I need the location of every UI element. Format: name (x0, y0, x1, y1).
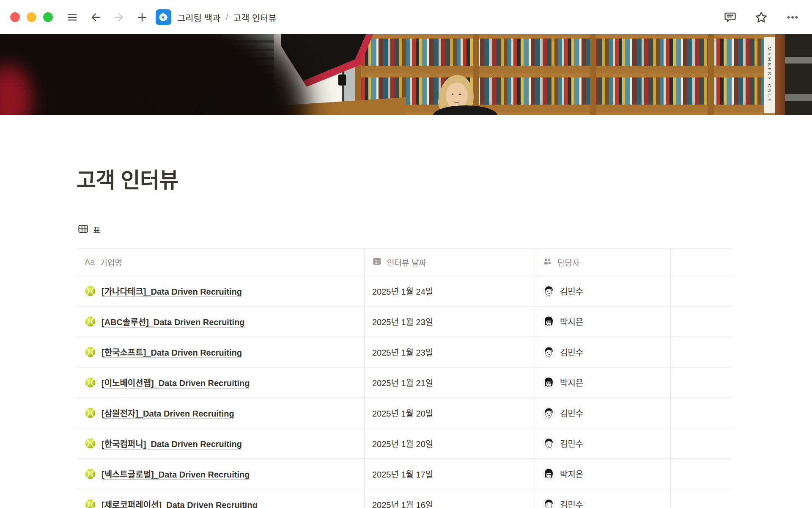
column-label: 기업명 (100, 257, 122, 268)
page-link[interactable]: [가나다테크]_Data Driven Recruiting (102, 285, 242, 297)
minimize-window-button[interactable] (27, 12, 36, 22)
date-cell[interactable]: 2025년 1월 17일 (365, 459, 535, 489)
page-link[interactable]: [삼원전자]_Data Driven Recruiting (102, 407, 234, 419)
table-view-icon (77, 223, 89, 236)
date-value: 2025년 1월 21일 (372, 376, 433, 389)
tab-table-view[interactable]: 표 (77, 221, 101, 239)
column-header-company[interactable]: Aa 기업명 (77, 249, 365, 276)
date-cell[interactable]: 2025년 1월 23일 (365, 337, 535, 367)
owner-cell[interactable]: 김민수 (535, 337, 671, 367)
empty-cell (671, 276, 732, 306)
company-cell[interactable]: [한국컴퍼니]_Data Driven Recruiting (77, 428, 365, 458)
table-row: [삼원전자]_Data Driven Recruiting 2025년 1월 2… (77, 398, 732, 428)
empty-column (671, 249, 732, 276)
view-tab-label: 표 (93, 224, 100, 235)
avatar-icon (543, 346, 555, 358)
forward-button[interactable] (110, 9, 127, 26)
company-cell[interactable]: [넥스트글로벌]_Data Driven Recruiting (77, 459, 365, 489)
empty-cell (671, 398, 732, 428)
owner-name: 김민수 (560, 346, 583, 358)
date-cell[interactable]: 2025년 1월 21일 (365, 367, 535, 398)
sidebar-menu-button[interactable] (64, 9, 81, 26)
page-link[interactable]: [제로코퍼레이션]_Data Driven Recruiting (102, 498, 258, 508)
date-cell[interactable]: 2025년 1월 20일 (365, 428, 535, 458)
avatar-icon (543, 315, 555, 328)
owner-name: 박지은 (560, 315, 583, 328)
empty-cell (671, 306, 732, 337)
plus-icon (136, 11, 148, 23)
date-value: 2025년 1월 23일 (372, 346, 433, 358)
company-cell[interactable]: [ABC솔루션]_Data Driven Recruiting (77, 306, 365, 337)
date-cell[interactable]: 2025년 1월 16일 (365, 489, 535, 508)
window-titlebar: 그리팅 백과 / 고객 인터뷰 (0, 0, 812, 34)
breadcrumb-root[interactable]: 그리팅 백과 (177, 11, 220, 24)
owner-cell[interactable]: 김민수 (535, 398, 671, 428)
tennis-ball-icon (85, 346, 96, 358)
owner-cell[interactable]: 김민수 (535, 489, 671, 508)
page-link[interactable]: [이노베이션랩]_Data Driven Recruiting (102, 376, 250, 389)
zoom-window-button[interactable] (43, 12, 53, 22)
column-header-date[interactable]: 인터뷰 날짜 (365, 249, 535, 276)
page-link[interactable]: [한국소프트]_Data Driven Recruiting (102, 346, 242, 358)
avatar-icon (543, 407, 555, 419)
breadcrumb: 그리팅 백과 / 고객 인터뷰 (156, 9, 277, 25)
breadcrumb-current[interactable]: 고객 인터뷰 (233, 11, 276, 24)
owner-name: 김민수 (560, 498, 583, 508)
owner-cell[interactable]: 박지은 (535, 459, 671, 489)
date-cell[interactable]: 2025년 1월 23일 (365, 306, 535, 337)
star-icon (754, 11, 768, 24)
date-value: 2025년 1월 20일 (372, 437, 433, 450)
ellipsis-icon (786, 11, 799, 24)
page-link[interactable]: [한국컴퍼니]_Data Driven Recruiting (102, 437, 242, 450)
column-label: 인터뷰 날짜 (387, 257, 426, 268)
column-header-owner[interactable]: 담당자 (535, 249, 671, 276)
owner-cell[interactable]: 김민수 (535, 428, 671, 458)
owner-cell[interactable]: 박지은 (535, 367, 671, 398)
tennis-ball-icon (85, 316, 96, 327)
date-value: 2025년 1월 20일 (372, 407, 433, 419)
date-cell[interactable]: 2025년 1월 20일 (365, 398, 535, 428)
empty-cell (671, 367, 732, 398)
company-cell[interactable]: [삼원전자]_Data Driven Recruiting (77, 398, 365, 428)
company-cell[interactable]: [제로코퍼레이션]_Data Driven Recruiting (77, 489, 365, 508)
avatar-icon (543, 468, 555, 480)
back-button[interactable] (87, 9, 104, 26)
table-header-row: Aa 기업명 인터뷰 날짜 담당자 (77, 249, 732, 276)
company-cell[interactable]: [한국소프트]_Data Driven Recruiting (77, 337, 365, 367)
owner-cell[interactable]: 김민수 (535, 276, 671, 306)
table-row: [이노베이션랩]_Data Driven Recruiting 2025년 1월… (77, 367, 732, 398)
tennis-ball-icon (85, 285, 96, 297)
owner-name: 김민수 (560, 407, 583, 419)
empty-cell (671, 337, 732, 367)
tennis-ball-icon (85, 377, 96, 388)
table-row: [제로코퍼레이션]_Data Driven Recruiting 2025년 1… (77, 489, 732, 508)
avatar-icon (543, 376, 555, 389)
company-cell[interactable]: [가나다테크]_Data Driven Recruiting (77, 276, 365, 306)
page-link[interactable]: [ABC솔루션]_Data Driven Recruiting (102, 315, 245, 328)
bookshelf-backdrop (355, 34, 812, 115)
favorite-button[interactable] (753, 9, 770, 26)
hamburger-icon (66, 11, 78, 23)
close-window-button[interactable] (10, 12, 20, 22)
text-type-icon: Aa (85, 257, 95, 267)
owner-name: 박지은 (560, 376, 583, 389)
page-content: 고객 인터뷰 표 Aa 기업명 인터뷰 날짜 (0, 163, 812, 508)
workspace-logo-icon[interactable] (156, 9, 171, 25)
page-title[interactable]: 고객 인터뷰 (77, 163, 812, 193)
owner-name: 김민수 (560, 437, 583, 450)
table-row: [한국소프트]_Data Driven Recruiting 2025년 1월 … (77, 337, 732, 367)
comments-button[interactable] (721, 9, 738, 26)
forward-arrow-icon (113, 11, 125, 23)
table-row: [넥스트글로벌]_Data Driven Recruiting 2025년 1월… (77, 459, 732, 489)
more-options-button[interactable] (784, 9, 801, 26)
new-page-button[interactable] (134, 9, 151, 26)
table-row: [한국컴퍼니]_Data Driven Recruiting 2025년 1월 … (77, 428, 732, 459)
view-tabs: 표 (77, 221, 812, 239)
avatar-icon (543, 285, 555, 297)
date-cell[interactable]: 2025년 1월 24일 (365, 276, 535, 306)
owner-cell[interactable]: 박지은 (535, 306, 671, 337)
database-table: Aa 기업명 인터뷰 날짜 담당자 [가나다테크]_Data D (77, 248, 732, 508)
page-link[interactable]: [넥스트글로벌]_Data Driven Recruiting (102, 468, 250, 480)
empty-cell (671, 428, 732, 458)
company-cell[interactable]: [이노베이션랩]_Data Driven Recruiting (77, 367, 365, 398)
